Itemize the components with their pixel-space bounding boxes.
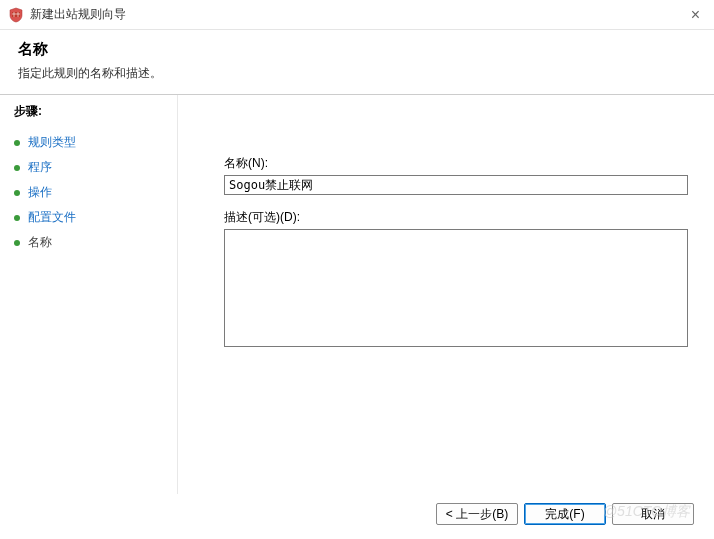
page-subtitle: 指定此规则的名称和描述。 — [18, 65, 696, 82]
wizard-footer: < 上一步(B) 完成(F) 取消 — [436, 503, 694, 525]
finish-button[interactable]: 完成(F) — [524, 503, 606, 525]
description-textarea[interactable] — [224, 229, 688, 347]
close-icon[interactable]: × — [685, 6, 706, 24]
step-label: 规则类型 — [28, 134, 76, 151]
steps-heading: 步骤: — [14, 103, 177, 120]
name-label: 名称(N): — [224, 155, 688, 172]
step-rule-type[interactable]: 规则类型 — [14, 130, 177, 155]
cancel-button[interactable]: 取消 — [612, 503, 694, 525]
step-label: 操作 — [28, 184, 52, 201]
bullet-icon — [14, 140, 20, 146]
step-action[interactable]: 操作 — [14, 180, 177, 205]
bullet-icon — [14, 240, 20, 246]
page-title: 名称 — [18, 40, 696, 59]
wizard-main: 名称(N): 描述(可选)(D): — [178, 95, 714, 494]
step-label: 程序 — [28, 159, 52, 176]
wizard-header: 名称 指定此规则的名称和描述。 — [0, 30, 714, 94]
step-program[interactable]: 程序 — [14, 155, 177, 180]
bullet-icon — [14, 215, 20, 221]
window-title: 新建出站规则向导 — [30, 6, 126, 23]
title-bar: 新建出站规则向导 × — [0, 0, 714, 30]
bullet-icon — [14, 190, 20, 196]
svg-rect-0 — [12, 12, 20, 17]
description-label: 描述(可选)(D): — [224, 209, 688, 226]
step-profile[interactable]: 配置文件 — [14, 205, 177, 230]
wizard-sidebar: 步骤: 规则类型 程序 操作 配置文件 名称 — [0, 95, 178, 494]
step-name[interactable]: 名称 — [14, 230, 177, 255]
bullet-icon — [14, 165, 20, 171]
back-button[interactable]: < 上一步(B) — [436, 503, 518, 525]
step-label: 名称 — [28, 234, 52, 251]
name-input[interactable] — [224, 175, 688, 195]
step-label: 配置文件 — [28, 209, 76, 226]
firewall-icon — [8, 7, 24, 23]
